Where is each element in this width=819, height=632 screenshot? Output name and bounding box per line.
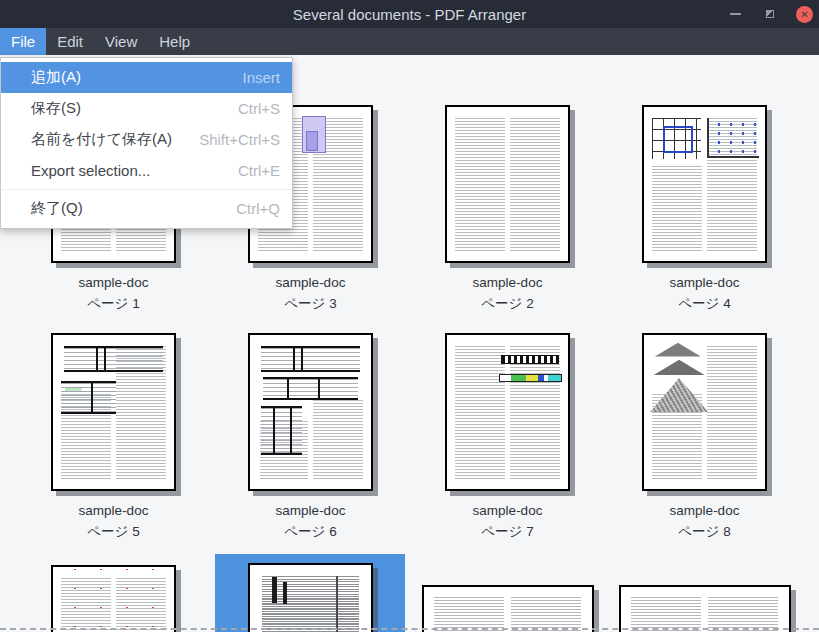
window-title: Several documents - PDF Arranger (293, 6, 526, 23)
page-content-table-left (61, 381, 115, 413)
pdf-page-thumbnail[interactable] (619, 585, 791, 632)
page-content-fig-purple (302, 116, 326, 153)
page-content-table-mid (263, 377, 357, 400)
page-content-table-tall (261, 406, 302, 455)
pdf-page-thumbnail[interactable] (248, 563, 373, 632)
page-thumbnail-cell[interactable]: sample-docページ 4 (606, 98, 803, 314)
thumbnail-caption: sample-docページ 5 (15, 500, 212, 542)
menu-item-accelerator: Ctrl+E (238, 162, 280, 179)
drop-indicator-line (0, 628, 819, 630)
menubar-item-view[interactable]: View (94, 28, 148, 55)
menu-item-accelerator: Insert (242, 69, 280, 86)
page-thumbnail-cell[interactable] (606, 549, 803, 632)
page-thumbnail-cell[interactable]: sample-docページ 2 (409, 98, 606, 314)
doc-name: sample-doc (409, 500, 606, 521)
menu-item-label: 追加(A) (31, 68, 81, 87)
pdf-page-thumbnail[interactable] (445, 333, 570, 491)
page-content-vrule (336, 576, 338, 632)
menubar-item-edit[interactable]: Edit (46, 28, 94, 55)
pdf-page-thumbnail[interactable] (51, 333, 176, 491)
thumbnail-caption: sample-docページ 6 (212, 500, 409, 542)
doc-name: sample-doc (212, 272, 409, 293)
close-button[interactable]: ✕ (796, 6, 813, 23)
doc-name: sample-doc (15, 272, 212, 293)
doc-name: sample-doc (606, 272, 803, 293)
page-content-bar2 (283, 582, 287, 604)
restore-icon (766, 10, 774, 18)
menubar-item-help[interactable]: Help (148, 28, 201, 55)
page-content-table-wide (64, 346, 163, 372)
page-thumbnail-cell[interactable]: sample-docページ 7 (409, 326, 606, 542)
pdf-arranger-window: Several documents - PDF Arranger ✕ FileE… (0, 0, 819, 632)
page-content-fig-scatter (707, 118, 759, 158)
thumbnail-caption: sample-docページ 4 (606, 272, 803, 314)
doc-name: sample-doc (409, 272, 606, 293)
page-number-label: ページ 4 (606, 293, 803, 314)
pdf-page-thumbnail[interactable] (422, 585, 594, 632)
file-menu-item[interactable]: Export selection...Ctrl+E (1, 155, 292, 186)
page-content-text2low (644, 335, 765, 489)
minimize-icon (730, 13, 741, 15)
thumbnail-caption: sample-docページ 3 (212, 272, 409, 314)
menu-item-label: 終了(Q) (31, 199, 83, 218)
menu-item-label: Export selection... (31, 162, 150, 179)
titlebar: Several documents - PDF Arranger ✕ (0, 0, 819, 28)
pdf-page-thumbnail[interactable] (642, 105, 767, 263)
file-menu-item[interactable]: 終了(Q)Ctrl+Q (1, 193, 292, 224)
file-menu-item[interactable]: 名前を付けて保存(A)Shift+Ctrl+S (1, 124, 292, 155)
file-menu: 追加(A)Insert保存(S)Ctrl+S名前を付けて保存(A)Shift+C… (0, 57, 293, 229)
page-number-label: ページ 8 (606, 521, 803, 542)
page-thumbnail-cell[interactable]: sample-docページ 5 (15, 326, 212, 542)
thumbnail-caption: sample-docページ 2 (409, 272, 606, 314)
page-thumbnail-cell[interactable] (409, 549, 606, 632)
page-number-label: ページ 6 (212, 521, 409, 542)
page-content-table-wide (261, 346, 360, 372)
menu-item-label: 名前を付けて保存(A) (31, 130, 172, 149)
page-content-ltext (621, 587, 789, 632)
thumbnail-caption: sample-docページ 7 (409, 500, 606, 542)
window-controls: ✕ (726, 0, 813, 28)
page-number-label: ページ 2 (409, 293, 606, 314)
page-thumbnail-cell[interactable]: sample-docページ 8 (606, 326, 803, 542)
page-thumbnail-cell[interactable] (15, 549, 212, 632)
page-content-refs-red (53, 567, 174, 632)
menu-item-accelerator: Ctrl+S (238, 100, 280, 117)
menu-item-accelerator: Ctrl+Q (236, 200, 280, 217)
page-content-text2 (447, 107, 568, 261)
page-content-fig-grid (652, 118, 700, 160)
pdf-page-thumbnail[interactable] (445, 105, 570, 263)
restore-button[interactable] (761, 5, 779, 23)
file-menu-item[interactable]: 保存(S)Ctrl+S (1, 93, 292, 124)
page-content-ltext (424, 587, 592, 632)
minimize-button[interactable] (726, 5, 744, 23)
page-number-label: ページ 1 (15, 293, 212, 314)
pdf-page-thumbnail[interactable] (248, 333, 373, 491)
page-number-label: ページ 5 (15, 521, 212, 542)
page-content-fig-colorboxes (499, 374, 562, 382)
page-thumbnail-cell[interactable]: sample-docページ 6 (212, 326, 409, 542)
menu-item-accelerator: Shift+Ctrl+S (199, 131, 280, 148)
page-number-label: ページ 3 (212, 293, 409, 314)
doc-name: sample-doc (606, 500, 803, 521)
page-number-label: ページ 7 (409, 521, 606, 542)
doc-name: sample-doc (15, 500, 212, 521)
thumbnail-caption: sample-docページ 1 (15, 272, 212, 314)
menubar: FileEditViewHelp (0, 28, 819, 55)
doc-name: sample-doc (212, 500, 409, 521)
menu-item-label: 保存(S) (31, 99, 81, 118)
pdf-page-thumbnail[interactable] (51, 565, 176, 632)
menubar-item-file[interactable]: File (0, 28, 46, 55)
page-content-bar1 (272, 577, 277, 603)
thumbnail-caption: sample-docページ 8 (606, 500, 803, 542)
file-menu-item[interactable]: 追加(A)Insert (1, 62, 292, 93)
pdf-page-thumbnail[interactable] (642, 333, 767, 491)
page-thumbnail-cell[interactable] (212, 549, 409, 632)
menu-separator (2, 189, 291, 190)
